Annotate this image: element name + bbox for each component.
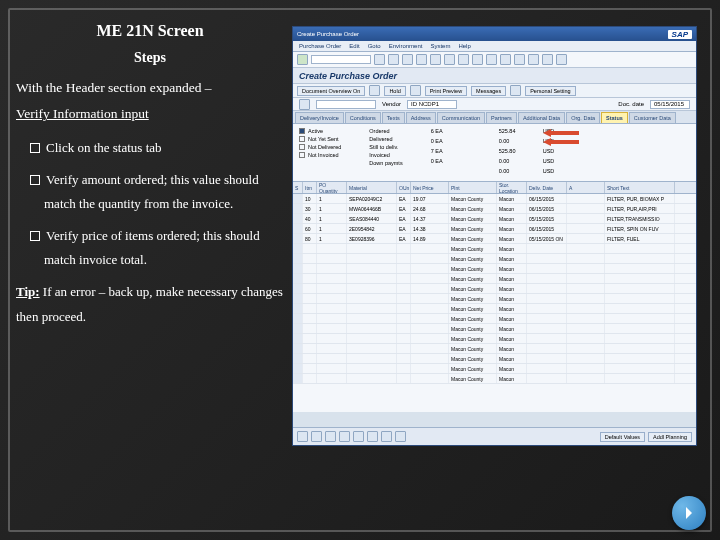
- tab-texts[interactable]: Texts: [382, 112, 405, 123]
- status-labels: Ordered Delivered Still to deliv. Invoic…: [369, 128, 402, 177]
- table-row[interactable]: Macon CountyMacon: [293, 334, 696, 344]
- vendor-field[interactable]: ID NCDP1: [407, 100, 457, 109]
- print-icon[interactable]: [430, 54, 441, 65]
- cancel-icon[interactable]: [416, 54, 427, 65]
- tab-communication[interactable]: Communication: [437, 112, 485, 123]
- doc-date-field[interactable]: 05/15/2015: [650, 100, 690, 109]
- intro-line-1: With the Header section expanded –: [16, 78, 284, 98]
- tab-partners[interactable]: Partners: [486, 112, 517, 123]
- create-session-icon[interactable]: [514, 54, 525, 65]
- grid-tool-icon[interactable]: [297, 431, 308, 442]
- table-row[interactable]: Macon CountyMacon: [293, 254, 696, 264]
- column-header[interactable]: Itm: [303, 182, 317, 193]
- doc-overview-button[interactable]: Document Overview On: [297, 86, 365, 96]
- last-page-icon[interactable]: [500, 54, 511, 65]
- messages-button[interactable]: Messages: [471, 86, 506, 96]
- table-row[interactable]: 8013E0928396EA14.89Macon CountyMacon05/1…: [293, 234, 696, 244]
- status-flags: Active Not Yet Sent Not Delivered Not In…: [299, 128, 341, 177]
- tab-delivery[interactable]: Delivery/Invoice: [295, 112, 344, 123]
- sap-screenshot: Create Purchase Order SAP Purchase Order…: [292, 26, 697, 446]
- back-icon[interactable]: [388, 54, 399, 65]
- table-row[interactable]: Macon CountyMacon: [293, 274, 696, 284]
- table-row[interactable]: Macon CountyMacon: [293, 264, 696, 274]
- grid-tool-icon[interactable]: [311, 431, 322, 442]
- grid-tool-icon[interactable]: [339, 431, 350, 442]
- status-values: 6 EA525.84USD0 EA0.00USD7 EA525.80USD0 E…: [431, 128, 561, 177]
- column-header[interactable]: Net Price: [411, 182, 449, 193]
- first-page-icon[interactable]: [458, 54, 469, 65]
- menu-item[interactable]: Environment: [389, 43, 423, 49]
- table-row[interactable]: Macon CountyMacon: [293, 364, 696, 374]
- table-row[interactable]: 301MWA064466BEA24.68Macon CountyMacon06/…: [293, 204, 696, 214]
- callout-arrow-icon: [543, 138, 579, 146]
- check-doc-icon[interactable]: [410, 85, 421, 96]
- table-row[interactable]: Macon CountyMacon: [293, 324, 696, 334]
- table-row[interactable]: 6012E0954842EA14.38Macon CountyMacon06/1…: [293, 224, 696, 234]
- menu-item[interactable]: Help: [458, 43, 470, 49]
- tab-additional-data[interactable]: Additional Data: [518, 112, 565, 123]
- tab-customer-data[interactable]: Customer Data: [629, 112, 676, 123]
- create-icon[interactable]: [369, 85, 380, 96]
- help-icon[interactable]: [542, 54, 553, 65]
- table-row[interactable]: Macon CountyMacon: [293, 354, 696, 364]
- menu-item[interactable]: System: [430, 43, 450, 49]
- column-header[interactable]: Material: [347, 182, 397, 193]
- table-row[interactable]: Macon CountyMacon: [293, 244, 696, 254]
- grid-tool-icon[interactable]: [325, 431, 336, 442]
- table-row[interactable]: 101SEPA02049C2EA19.07Macon CountyMacon06…: [293, 194, 696, 204]
- print-preview-button[interactable]: Print Preview: [425, 86, 467, 96]
- menu-item[interactable]: Edit: [349, 43, 359, 49]
- exit-icon[interactable]: [402, 54, 413, 65]
- column-header[interactable]: S: [293, 182, 303, 193]
- column-header[interactable]: Plnt: [449, 182, 497, 193]
- tab-conditions[interactable]: Conditions: [345, 112, 381, 123]
- tab-address[interactable]: Address: [406, 112, 436, 123]
- prev-page-icon[interactable]: [472, 54, 483, 65]
- table-row[interactable]: Macon CountyMacon: [293, 374, 696, 384]
- column-header[interactable]: Deliv. Date: [527, 182, 567, 193]
- find-icon[interactable]: [444, 54, 455, 65]
- toolbar-secondary: Document Overview On Hold Print Preview …: [293, 84, 696, 98]
- menu-item[interactable]: Purchase Order: [299, 43, 341, 49]
- po-type-field[interactable]: [316, 100, 376, 109]
- table-row[interactable]: Macon CountyMacon: [293, 344, 696, 354]
- expand-icon[interactable]: [299, 99, 310, 110]
- table-row[interactable]: Macon CountyMacon: [293, 294, 696, 304]
- next-page-icon[interactable]: [486, 54, 497, 65]
- checkbox-icon: [30, 175, 40, 185]
- tab-org-data[interactable]: Org. Data: [566, 112, 600, 123]
- command-field[interactable]: [311, 55, 371, 64]
- tip-label: Tip:: [16, 284, 40, 299]
- column-header[interactable]: PO Quantity: [317, 182, 347, 193]
- grid-tool-icon[interactable]: [381, 431, 392, 442]
- column-header[interactable]: Stor. Location: [497, 182, 527, 193]
- tip-text: Tip: If an error – back up, make necessa…: [16, 280, 284, 328]
- next-slide-button[interactable]: [672, 496, 706, 530]
- column-header[interactable]: Short Text: [605, 182, 675, 193]
- toolbar-primary: [293, 52, 696, 68]
- table-row[interactable]: Macon CountyMacon: [293, 284, 696, 294]
- personal-setting-button[interactable]: Personal Setting: [525, 86, 575, 96]
- table-row[interactable]: 401SEAS084440EA14.37Macon CountyMacon05/…: [293, 214, 696, 224]
- column-header[interactable]: A: [567, 182, 605, 193]
- layout-icon[interactable]: [556, 54, 567, 65]
- check-icon[interactable]: [297, 54, 308, 65]
- hold-button[interactable]: Hold: [384, 86, 405, 96]
- grid-tool-icon[interactable]: [353, 431, 364, 442]
- table-row[interactable]: Macon CountyMacon: [293, 314, 696, 324]
- menu-bar[interactable]: Purchase Order Edit Goto Environment Sys…: [293, 41, 696, 52]
- save-icon[interactable]: [374, 54, 385, 65]
- default-values-button[interactable]: Default Values: [600, 432, 645, 442]
- step-list: Click on the status tab Verify amount or…: [16, 136, 284, 272]
- header-row: Vendor ID NCDP1 Doc. date 05/15/2015: [293, 98, 696, 111]
- column-header[interactable]: OUn: [397, 182, 411, 193]
- shortcut-icon[interactable]: [528, 54, 539, 65]
- grid-tool-icon[interactable]: [367, 431, 378, 442]
- menu-item[interactable]: Goto: [368, 43, 381, 49]
- info-icon[interactable]: [510, 85, 521, 96]
- grid-tool-icon[interactable]: [395, 431, 406, 442]
- table-row[interactable]: Macon CountyMacon: [293, 304, 696, 314]
- checkbox-icon: [299, 128, 305, 134]
- tab-status[interactable]: Status: [601, 112, 628, 123]
- addl-planning-button[interactable]: Addl Planning: [648, 432, 692, 442]
